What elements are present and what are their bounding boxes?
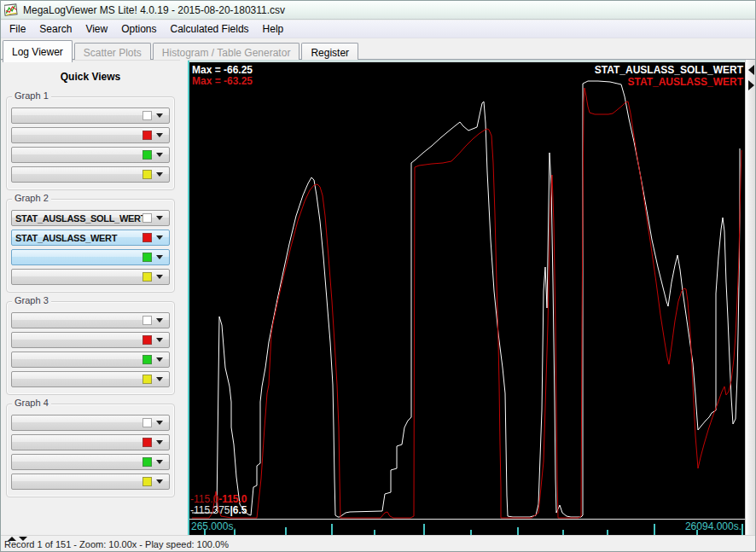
menu-item-options[interactable]: Options [114,21,163,37]
menu-item-calculated-fields[interactable]: Calculated Fields [164,21,256,37]
channel-name: STAT_AUSLASS_SOLL_WERT [12,213,142,224]
min-value-part: -115.0 [218,493,247,505]
chevron-down-icon [156,133,163,137]
groupbox-graph-4: Graph 4 [6,404,175,497]
app-window: MegaLogViewer MS Lite! 4.0.19 - 2015-08-… [0,0,756,552]
channel-select-g2-r2[interactable]: STAT_AUSLASS_WERT [11,230,170,246]
timeline-tick [741,524,743,535]
min-value-red: -115.0-115.0 [190,493,247,505]
trace-color-chip [142,375,152,384]
trace-stat_auslass_wert [192,88,741,518]
channel-select-g2-r4[interactable] [11,269,170,285]
trace-color-chip [142,355,152,364]
trace-color-chip [142,150,152,160]
chevron-down-icon [156,113,163,118]
groupbox-label: Graph 1 [12,90,51,101]
chevron-down-icon [156,318,163,322]
log-graph-canvas[interactable]: Max = -66.25 Max = -63.25 STAT_AUSLASS_S… [189,62,745,519]
panel-splitter-strip[interactable] [745,60,756,537]
collapse-right-icon[interactable] [748,80,754,90]
window-title: MegaLogViewer MS Lite! 4.0.19 - 2015-08-… [23,4,285,16]
channel-select-g1-r1[interactable] [11,107,170,124]
chevron-down-icon [156,479,163,484]
channel-select-g1-r4[interactable] [11,166,170,183]
channel-select-g3-r4[interactable] [11,371,170,387]
timeline-end-label: 26094.000s. [685,520,741,532]
legend-series-1: STAT_AUSLASS_SOLL_WERT [595,64,743,76]
chevron-down-icon [156,338,163,342]
chevron-down-icon [156,216,163,220]
chevron-down-icon [156,440,163,445]
legend-series-2: STAT_AUSLASS_WERT [595,76,743,88]
trace-color-chip [142,253,152,262]
channel-select-g1-r3[interactable] [11,147,170,163]
trace-color-chip [142,272,152,282]
min-value-white: -115.375|6.5 [190,504,247,516]
chevron-down-icon [156,153,163,157]
chevron-down-icon [156,255,163,259]
quick-views-panel: Quick Views Graph 1Graph 2STAT_AUSLASS_S… [1,60,180,537]
trace-color-chip [142,457,152,467]
trace-color-chip [142,418,152,427]
channel-select-g3-r3[interactable] [11,352,170,368]
trace-color-chip [142,477,152,486]
channel-select-g4-r3[interactable] [11,454,170,470]
channel-select-g4-r1[interactable] [11,415,170,431]
tab-log-viewer[interactable]: Log Viewer [3,40,73,62]
timeline-bar[interactable]: 265.000s. 26094.000s. [189,519,745,535]
trace-color-chip [142,316,152,325]
min-value-part: |6.5 [230,504,247,516]
menu-bar: FileSearchViewOptionsCalculated FieldsHe… [1,20,755,38]
chevron-down-icon [156,460,163,464]
channel-select-g2-r3[interactable] [11,249,170,265]
trace-color-chip [142,111,152,120]
status-bar: Record 1 of 151 - Zoom: 10.00x - Play sp… [1,535,755,551]
channel-select-g2-r1[interactable]: STAT_AUSLASS_SOLL_WERT [11,210,170,226]
trace-color-chip [142,170,152,179]
trace-color-chip [142,131,152,140]
groupbox-label: Graph 4 [12,398,51,408]
channel-select-g4-r4[interactable] [11,474,170,490]
timeline-tick [654,524,655,535]
channel-select-g3-r1[interactable] [11,312,170,328]
menu-item-view[interactable]: View [79,21,114,37]
app-icon [4,3,18,16]
channel-select-g3-r2[interactable] [11,332,170,348]
chevron-down-icon [156,235,163,240]
chevron-down-icon [156,357,163,362]
chevron-down-icon [156,172,163,177]
max-value-red: Max = -63.25 [192,76,253,87]
groupbox-graph-1: Graph 1 [6,96,175,190]
channel-name: STAT_AUSLASS_WERT [12,233,142,243]
timeline-tick [517,527,519,535]
quick-views-header: Quick Views [1,61,180,88]
channel-select-g4-r2[interactable] [11,434,170,450]
menu-item-search[interactable]: Search [32,21,79,37]
chevron-down-icon [156,421,163,425]
min-value-part: -115.375 [190,504,230,516]
groupbox-label: Graph 2 [12,193,51,203]
timeline-tick [285,527,287,535]
chevron-down-icon [156,275,163,279]
trace-plot [189,62,745,519]
min-value-part: -115.0 [190,493,218,505]
timeline-start-label: 265.000s. [191,520,236,532]
collapse-left-icon[interactable] [748,65,754,75]
trace-color-chip [142,233,152,242]
trace-color-chip [142,335,152,345]
timeline-tick [423,524,425,535]
status-text: Record 1 of 151 - Zoom: 10.00x - Play sp… [4,539,229,549]
title-bar[interactable]: MegaLogViewer MS Lite! 4.0.19 - 2015-08-… [1,1,755,20]
groupbox-label: Graph 3 [12,295,51,305]
menu-item-help[interactable]: Help [256,21,291,37]
trace-color-chip [142,438,152,447]
chevron-down-icon [156,377,163,381]
groupbox-graph-2: Graph 2STAT_AUSLASS_SOLL_WERTSTAT_AUSLAS… [6,199,175,293]
tab-bar: Log ViewerScatter PlotsHistogram / Table… [1,38,755,60]
timeline-tick [331,524,333,535]
menu-item-file[interactable]: File [3,21,32,37]
channel-select-g1-r2[interactable] [11,127,170,143]
groupbox-graph-3: Graph 3 [6,301,175,395]
trace-color-chip [142,213,152,223]
trace-legend: STAT_AUSLASS_SOLL_WERT STAT_AUSLASS_WERT [595,64,743,88]
